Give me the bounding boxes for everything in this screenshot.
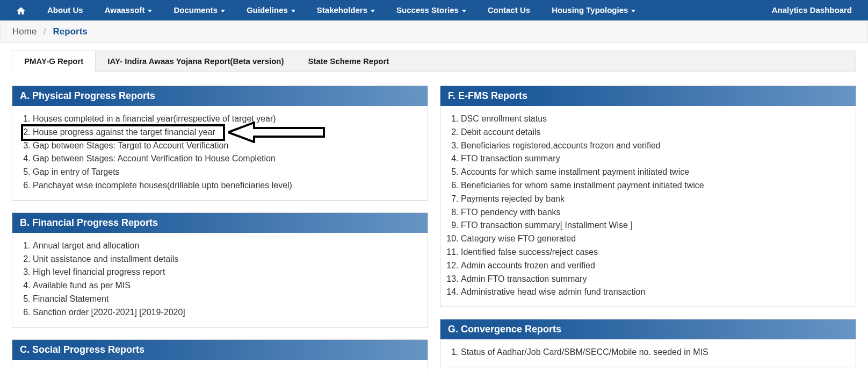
- report-list: Status of Aadhar/Job Card/SBM/SECC/Mobil…: [450, 346, 846, 359]
- report-link[interactable]: Admin accounts frozen and verified: [461, 259, 846, 273]
- tab[interactable]: IAY- Indira Awaas Yojana Report(Beta ver…: [96, 51, 296, 71]
- chevron-down-icon: [148, 10, 152, 12]
- report-list: Houses completed in a financial year(irr…: [22, 112, 418, 193]
- nav-analytics-dashboard[interactable]: Analytics Dashboard: [761, 0, 863, 20]
- report-panel: F. E-FMS ReportsDSC enrollment statusDeb…: [440, 86, 856, 307]
- report-link[interactable]: Payments rejected by bank: [461, 193, 846, 206]
- report-link[interactable]: Beneficiaries for whom same installment …: [461, 179, 846, 193]
- report-link[interactable]: Financial Statement: [33, 293, 418, 306]
- nav-item[interactable]: Guidelines: [236, 0, 306, 20]
- nav-item[interactable]: About Us: [37, 0, 94, 20]
- nav-item[interactable]: Documents: [163, 0, 236, 20]
- report-link[interactable]: Houses completed in a financial year(irr…: [33, 112, 418, 126]
- report-panel: A. Physical Progress ReportsHouses compl…: [12, 86, 428, 201]
- home-icon[interactable]: [5, 0, 37, 20]
- report-panel: B. Financial Progress ReportsAnnual targ…: [12, 212, 428, 328]
- report-link[interactable]: Panchayat wise incomplete houses(drillab…: [33, 179, 418, 193]
- nav-item[interactable]: Stakeholders: [306, 0, 386, 20]
- panel-title: G. Convergence Reports: [440, 319, 856, 339]
- panel-body: [12, 360, 428, 370]
- nav-item[interactable]: Contact Us: [477, 0, 541, 20]
- report-link[interactable]: Sanction order [2020-2021] [2019-2020]: [33, 306, 418, 319]
- panel-title: A. Physical Progress Reports: [12, 86, 428, 106]
- report-link[interactable]: Gap in entry of Targets: [33, 166, 418, 179]
- panel-title: F. E-FMS Reports: [440, 86, 856, 106]
- report-link[interactable]: Beneficiaries registered,accounts frozen…: [461, 139, 846, 153]
- report-link[interactable]: Identified false success/reject cases: [461, 246, 846, 259]
- report-link[interactable]: Accounts for which same installment paym…: [461, 166, 846, 179]
- nav-item[interactable]: Awaassoft: [94, 0, 163, 20]
- report-link[interactable]: High level financial progress report: [33, 266, 418, 279]
- breadcrumb-current: Reports: [53, 26, 88, 37]
- report-link[interactable]: FTO pendency with banks: [461, 206, 846, 219]
- nav-item[interactable]: Housing Typologies: [541, 0, 646, 20]
- report-panel: G. Convergence ReportsStatus of Aadhar/J…: [440, 319, 856, 367]
- report-list: DSC enrollment statusDebit account detai…: [450, 112, 846, 299]
- report-link[interactable]: Unit assistance and installment details: [33, 253, 418, 266]
- report-link[interactable]: FTO transaction summary[ Installment Wis…: [461, 219, 846, 232]
- panel-title: C. Social Progress Reports: [12, 340, 428, 360]
- report-link[interactable]: Category wise FTO generated: [461, 232, 846, 246]
- panel-body: Houses completed in a financial year(irr…: [12, 106, 428, 200]
- report-link[interactable]: Debit account details: [461, 126, 846, 139]
- chevron-down-icon: [631, 10, 635, 12]
- report-link[interactable]: Admin FTO transaction summary: [461, 273, 846, 286]
- nav-item[interactable]: Success Stories: [386, 0, 477, 20]
- report-link[interactable]: Administrative head wise admin fund tran…: [461, 286, 846, 299]
- top-nav: About UsAwaassoftDocumentsGuidelinesStak…: [0, 0, 868, 20]
- report-link[interactable]: House progress against the target financ…: [33, 126, 418, 139]
- breadcrumb-home[interactable]: Home: [12, 26, 37, 37]
- panel-body: Status of Aadhar/Job Card/SBM/SECC/Mobil…: [440, 339, 856, 367]
- breadcrumb-sep: /: [44, 26, 46, 37]
- report-link[interactable]: Annual target and allocation: [33, 239, 418, 253]
- report-tabs: PMAY-G ReportIAY- Indira Awaas Yojana Re…: [12, 51, 856, 72]
- chevron-down-icon: [221, 10, 225, 12]
- report-link[interactable]: Gap between Stages: Account Verification…: [33, 152, 418, 166]
- chevron-down-icon: [462, 10, 466, 12]
- report-link[interactable]: DSC enrollment status: [461, 112, 846, 126]
- report-link[interactable]: FTO transaction summary: [461, 152, 846, 166]
- report-link[interactable]: Status of Aadhar/Job Card/SBM/SECC/Mobil…: [461, 346, 846, 359]
- panel-body: DSC enrollment statusDebit account detai…: [440, 106, 856, 307]
- report-link[interactable]: Gap between Stages: Target to Account Ve…: [33, 139, 418, 153]
- breadcrumb: Home / Reports: [0, 20, 868, 43]
- tab[interactable]: State Scheme Report: [296, 51, 401, 71]
- panel-title: B. Financial Progress Reports: [12, 213, 428, 233]
- chevron-down-icon: [291, 10, 295, 12]
- panel-body: Annual target and allocationUnit assista…: [12, 233, 428, 327]
- tab[interactable]: PMAY-G Report: [12, 51, 96, 72]
- report-list: Annual target and allocationUnit assista…: [22, 239, 418, 319]
- chevron-down-icon: [371, 10, 375, 12]
- report-panel: C. Social Progress Reports: [12, 339, 428, 370]
- report-link[interactable]: Available fund as per MIS: [33, 279, 418, 293]
